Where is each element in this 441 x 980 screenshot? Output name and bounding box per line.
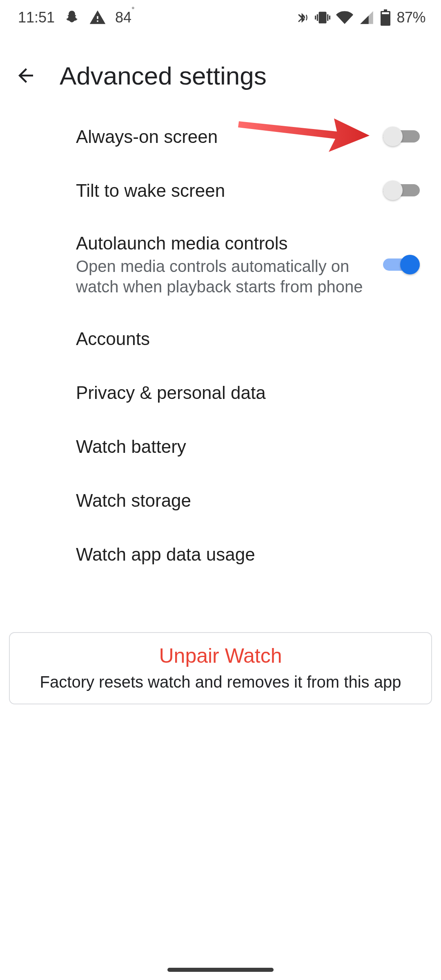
signal-icon [359,10,374,25]
temperature: 84° [115,9,134,26]
setting-text: Accounts [76,327,420,350]
setting-label: Watch app data usage [76,543,408,566]
setting-row-watch-battery[interactable]: Watch battery [0,419,441,473]
setting-sublabel: Open media controls automatically on wat… [76,256,371,297]
setting-row-tilt-to-wake[interactable]: Tilt to wake screen [0,163,441,217]
setting-row-privacy[interactable]: Privacy & personal data [0,365,441,419]
unpair-watch-button[interactable]: Unpair Watch Factory resets watch and re… [9,632,432,704]
setting-label: Watch storage [76,489,408,512]
settings-list: Always-on screen Tilt to wake screen Aut… [0,109,441,581]
unpair-title: Unpair Watch [22,644,419,668]
snapchat-icon [64,9,80,26]
setting-text: Privacy & personal data [76,381,420,404]
page-title: Advanced settings [60,61,267,90]
setting-text: Watch app data usage [76,543,420,566]
setting-label: Tilt to wake screen [76,179,371,202]
arrow-back-icon [15,65,37,87]
app-header: Advanced settings [0,53,441,98]
battery-text: 87% [396,9,425,26]
setting-text: Autolaunch media controls Open media con… [76,232,383,297]
setting-label: Watch battery [76,435,408,458]
svg-rect-0 [382,12,390,14]
setting-label: Accounts [76,327,408,350]
clock: 11:51 [18,9,55,26]
toggle-autolaunch-media[interactable] [383,255,420,274]
unpair-sublabel: Factory resets watch and removes it from… [22,673,419,691]
setting-row-always-on[interactable]: Always-on screen [0,109,441,163]
gesture-nav-bar[interactable] [167,968,274,972]
status-bar-right: 87% [295,9,425,26]
status-bar: 11:51 84° 87% [0,0,441,35]
setting-row-watch-storage[interactable]: Watch storage [0,473,441,527]
toggle-tilt-to-wake[interactable] [383,180,420,200]
setting-label: Always-on screen [76,125,371,148]
setting-label: Autolaunch media controls [76,232,371,254]
warning-icon [89,9,106,26]
battery-icon [380,9,391,26]
setting-row-accounts[interactable]: Accounts [0,312,441,365]
status-bar-left: 11:51 84° [18,9,134,26]
back-button[interactable] [15,65,37,87]
toggle-always-on[interactable] [383,127,420,146]
setting-text: Always-on screen [76,125,383,148]
setting-row-autolaunch-media[interactable]: Autolaunch media controls Open media con… [0,217,441,312]
setting-row-watch-data-usage[interactable]: Watch app data usage [0,527,441,581]
wifi-icon [336,9,353,26]
vibrate-icon [315,10,330,25]
setting-label: Privacy & personal data [76,381,408,404]
bluetooth-icon [295,11,309,24]
setting-text: Watch battery [76,435,420,458]
setting-text: Tilt to wake screen [76,179,383,202]
setting-text: Watch storage [76,489,420,512]
